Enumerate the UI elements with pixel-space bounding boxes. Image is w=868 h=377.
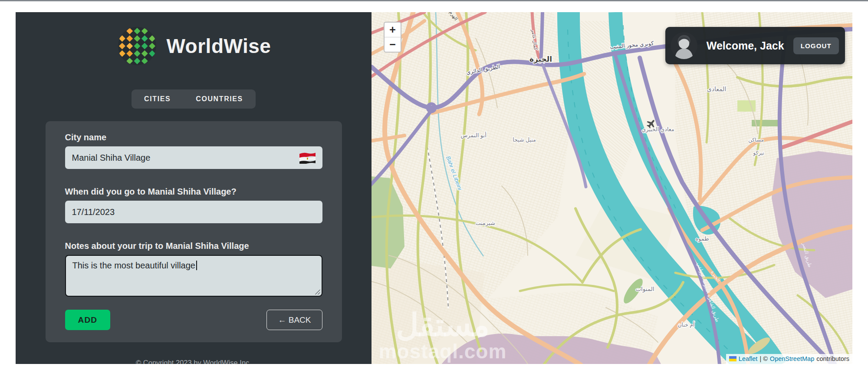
worldwise-app: WorldWise CITIES COUNTRIES City name Man… <box>16 12 852 364</box>
avatar <box>671 32 697 59</box>
label-shubra: شبرمنت <box>475 220 495 227</box>
label-nirco: نيركو <box>753 150 764 156</box>
sidebar: WorldWise CITIES COUNTRIES City name Man… <box>16 12 372 364</box>
label-abu-nimras: أبو النمرس <box>460 132 487 139</box>
label-maadi: المعادى <box>707 86 726 93</box>
label-masakin: مساكن <box>748 137 764 143</box>
text-caret-icon <box>196 261 197 270</box>
date-group: When did you go to Manial Shiha Village?… <box>65 186 322 223</box>
logo: WorldWise <box>116 25 271 67</box>
map-attribution: Leaflet | © OpenStreetMap contributors <box>726 354 852 364</box>
city-name-label: City name <box>65 132 322 142</box>
notes-textarea[interactable]: This is the most beautiful village <box>65 255 322 297</box>
add-city-form: City name Manial Shiha Village When did … <box>46 121 342 342</box>
label-manawat: المنوات <box>635 286 654 293</box>
logout-button[interactable]: LOGOUT <box>793 37 839 54</box>
leaflet-flag-icon <box>729 356 736 361</box>
attribution-suffix: contributors <box>816 355 849 362</box>
notes-group: Notes about your trip to Manial Shiha Vi… <box>65 241 322 297</box>
zoom-out-button[interactable]: − <box>385 37 401 52</box>
tab-countries[interactable]: COUNTRIES <box>183 89 256 109</box>
egypt-flag-icon <box>299 152 316 164</box>
welcome-text: Welcome, Jack <box>707 40 784 52</box>
tab-cities[interactable]: CITIES <box>132 89 183 109</box>
attribution-separator: | © <box>760 355 767 362</box>
notes-label: Notes about your trip to Manial Shiha Vi… <box>65 241 322 251</box>
date-label: When did you go to Manial Shiha Village? <box>65 186 322 197</box>
zoom-control: + − <box>384 22 401 53</box>
city-name-group: City name Manial Shiha Village <box>65 132 322 169</box>
city-name-value: Manial Shiha Village <box>72 153 151 163</box>
zoom-in-button[interactable]: + <box>385 23 401 37</box>
worldwise-logo-icon <box>116 25 158 67</box>
form-buttons: ADD ← BACK <box>65 310 322 330</box>
add-button[interactable]: ADD <box>65 310 111 330</box>
logo-text: WorldWise <box>167 34 271 58</box>
label-tamwah: طموه <box>695 235 709 242</box>
label-maadi-kh: معادي الخبيري <box>642 126 674 133</box>
map-tiles: الجيزة المعادى معادي الخبيري شبرمنت أبو … <box>372 12 852 364</box>
resize-handle-icon[interactable] <box>315 289 320 294</box>
user-widget: Welcome, Jack LOGOUT <box>665 27 845 64</box>
leaflet-link[interactable]: Leaflet <box>739 355 758 362</box>
main-nav: CITIES COUNTRIES <box>132 89 256 109</box>
osm-link[interactable]: OpenStreetMap <box>770 355 814 362</box>
date-value: 17/11/2023 <box>72 207 115 217</box>
browser-top-border <box>0 0 868 1</box>
copyright: © Copyright 2023 by WorldWise Inc. <box>16 359 372 364</box>
notes-value: This is the most beautiful village <box>72 261 195 270</box>
city-name-input[interactable]: Manial Shiha Village <box>65 146 322 169</box>
back-button[interactable]: ← BACK <box>266 310 322 330</box>
map-container[interactable]: الجيزة المعادى معادي الخبيري شبرمنت أبو … <box>372 12 852 364</box>
label-giza: الجيزة <box>529 55 552 64</box>
label-manial-shiha: منيل شيحا <box>513 137 536 143</box>
date-input[interactable]: 17/11/2023 <box>65 201 322 223</box>
label-um-khanan: أم خنان <box>677 321 694 328</box>
